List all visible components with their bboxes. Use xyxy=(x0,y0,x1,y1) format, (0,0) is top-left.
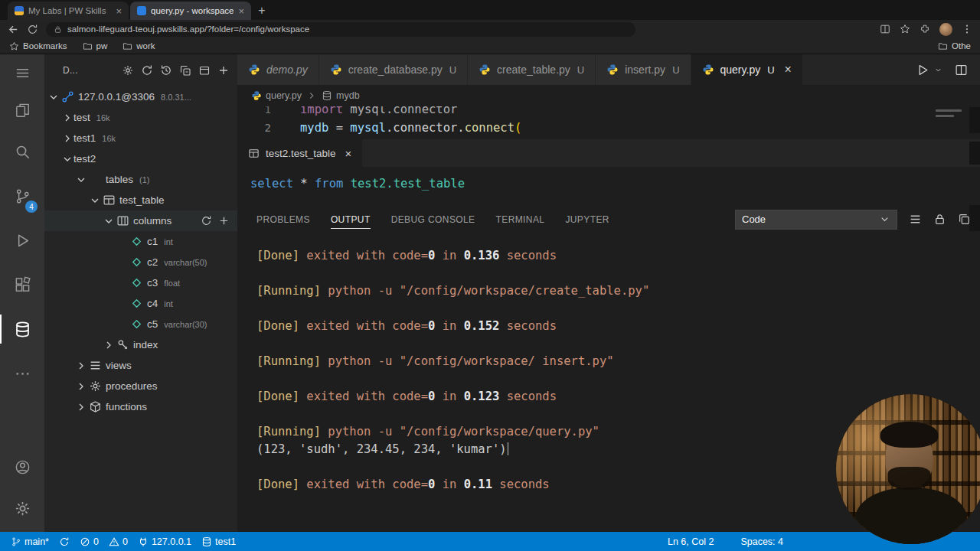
refresh-icon[interactable] xyxy=(201,215,212,227)
tree-item-test[interactable]: test 16k xyxy=(44,107,237,128)
activity-database[interactable] xyxy=(0,307,44,351)
panel-tab-terminal[interactable]: TERMINAL xyxy=(496,210,545,229)
close-results-icon[interactable]: × xyxy=(345,147,352,160)
browser-menu-icon[interactable] xyxy=(962,24,972,34)
tree-item-meta: (1) xyxy=(139,175,149,184)
tree-item-columns[interactable]: columns xyxy=(44,210,237,231)
status-label: 127.0.0.1 xyxy=(152,536,191,547)
status-server[interactable]: 127.0.0.1 xyxy=(138,536,191,547)
code-editor[interactable]: 1 import mysql.connector 2 mydb = mysql.… xyxy=(237,106,980,139)
panel-tab-debug-console[interactable]: DEBUG CONSOLE xyxy=(391,210,475,229)
menu-icon xyxy=(14,64,31,82)
window-icon[interactable] xyxy=(198,64,211,77)
bookmark-item[interactable]: pw xyxy=(83,41,108,51)
tree-item-label: test1 xyxy=(74,132,96,144)
editor-tab-label: insert.py xyxy=(625,64,665,76)
editor-tab-create_table.py[interactable]: create_table.py U xyxy=(468,54,596,85)
field-icon xyxy=(130,256,143,269)
key-icon xyxy=(116,338,129,351)
tree-item-procedures[interactable]: procedures xyxy=(44,376,237,396)
activity-explorer[interactable] xyxy=(0,91,44,129)
split-icon xyxy=(880,24,890,34)
refresh-icon[interactable] xyxy=(141,64,153,77)
breadcrumb-item[interactable]: query.py xyxy=(251,90,302,101)
tree-item-c3[interactable]: c3 float xyxy=(44,272,237,293)
minimap xyxy=(936,109,971,120)
list-icon xyxy=(89,359,102,372)
run-dropdown-icon[interactable] xyxy=(934,66,942,74)
activity-extensions[interactable] xyxy=(0,262,44,307)
bookmark-item[interactable]: Bookmarks xyxy=(9,41,67,51)
database-icon xyxy=(322,90,332,101)
lock-scroll-icon[interactable] xyxy=(933,213,946,226)
results-tab[interactable]: test2.test_table × xyxy=(237,139,362,167)
activity-run-debug[interactable] xyxy=(0,218,44,262)
add-icon[interactable] xyxy=(218,215,230,227)
panel-tab-jupyter[interactable]: JUPYTER xyxy=(565,210,609,229)
tree-item-test1[interactable]: test1 16k xyxy=(44,128,237,148)
editor-tab-insert.py[interactable]: insert.py U xyxy=(596,54,691,85)
activity-source-control[interactable]: 4 xyxy=(0,174,44,218)
status-problems[interactable]: 0 xyxy=(80,536,99,547)
editor-tab-query.py[interactable]: query.py U × xyxy=(691,54,803,85)
tree-item-tables[interactable]: tables (1) xyxy=(44,169,237,190)
address-bar[interactable]: salmon-lifeguard-teouj.pwskills.app/?fol… xyxy=(46,22,635,37)
browser-tab[interactable]: My Labs | PW Skills × xyxy=(8,2,129,20)
back-icon[interactable] xyxy=(8,24,19,35)
browser-tab[interactable]: query.py - workspace - code-se × xyxy=(130,2,251,20)
tree-item-label: functions xyxy=(106,401,147,412)
status-sync[interactable] xyxy=(59,536,70,547)
split-editor-button[interactable] xyxy=(955,64,968,77)
tree-item-test2[interactable]: test2 xyxy=(44,148,237,169)
status-database[interactable]: test1 xyxy=(201,536,236,547)
activity-settings[interactable] xyxy=(0,487,44,529)
more-icon xyxy=(14,365,31,383)
tree-item-c5[interactable]: c5 varchar(30) xyxy=(44,314,237,334)
activity-search[interactable] xyxy=(0,129,44,174)
database-icon xyxy=(201,536,212,547)
bookmark-item[interactable]: work xyxy=(122,41,155,51)
add-icon[interactable] xyxy=(217,64,230,77)
tree-item-127.0.0.1@3306[interactable]: 127.0.0.1@3306 8.0.31... xyxy=(44,86,237,107)
status-warnings[interactable]: 0 xyxy=(109,536,128,547)
run-file-button[interactable] xyxy=(916,64,929,77)
status-cursor-position[interactable]: Ln 6, Col 2 xyxy=(668,536,714,547)
panel-scrollbar[interactable] xyxy=(969,205,980,231)
word-wrap-icon[interactable] xyxy=(909,213,922,226)
tab-close-icon[interactable]: × xyxy=(116,5,122,17)
new-tab-button[interactable]: + xyxy=(253,2,271,20)
collapse-icon[interactable] xyxy=(179,64,191,77)
activity-more[interactable] xyxy=(0,351,44,396)
editor-scrollbar[interactable] xyxy=(969,107,980,133)
activity-account[interactable] xyxy=(0,446,44,487)
editor-tab-create_database.py[interactable]: create_database.py U xyxy=(319,54,468,85)
activity-menu[interactable] xyxy=(0,54,44,91)
editor-tab-demo.py[interactable]: demo.py xyxy=(237,54,319,85)
tab-close-icon[interactable]: × xyxy=(238,5,244,17)
tree-item-functions[interactable]: functions xyxy=(44,396,237,417)
sql-query-text[interactable]: select * from test2.test_table xyxy=(237,167,980,205)
bookmark-item[interactable]: Othe xyxy=(938,41,971,51)
history-icon[interactable] xyxy=(160,64,172,77)
tree-item-index[interactable]: index xyxy=(44,334,237,355)
gear-icon[interactable] xyxy=(122,64,134,77)
tree-item-c4[interactable]: c4 int xyxy=(44,293,237,314)
tree-item-c2[interactable]: c2 varchar(50) xyxy=(44,252,237,272)
status-branch[interactable]: main* xyxy=(11,536,49,547)
results-scrollbar[interactable] xyxy=(969,142,980,165)
status-indentation[interactable]: Spaces: 4 xyxy=(740,536,783,547)
tree-item-test_table[interactable]: test_table xyxy=(44,190,237,210)
output-channel-select[interactable]: Code xyxy=(735,210,897,230)
tree-item-c1[interactable]: c1 int xyxy=(44,231,237,252)
webcam-overlay xyxy=(836,394,980,544)
profile-avatar[interactable] xyxy=(939,23,952,36)
close-tab-icon[interactable]: × xyxy=(785,63,792,77)
panel-tab-output[interactable]: OUTPUT xyxy=(331,210,371,229)
refresh-icon xyxy=(59,536,70,547)
tree-item-views[interactable]: views xyxy=(44,355,237,376)
reload-icon[interactable] xyxy=(27,24,38,35)
panel-tab-problems[interactable]: PROBLEMS xyxy=(256,210,310,229)
tree-item-label: c1 xyxy=(147,236,158,247)
tree-item-meta: 8.0.31... xyxy=(161,93,191,102)
breadcrumb-item[interactable]: mydb xyxy=(322,90,360,101)
